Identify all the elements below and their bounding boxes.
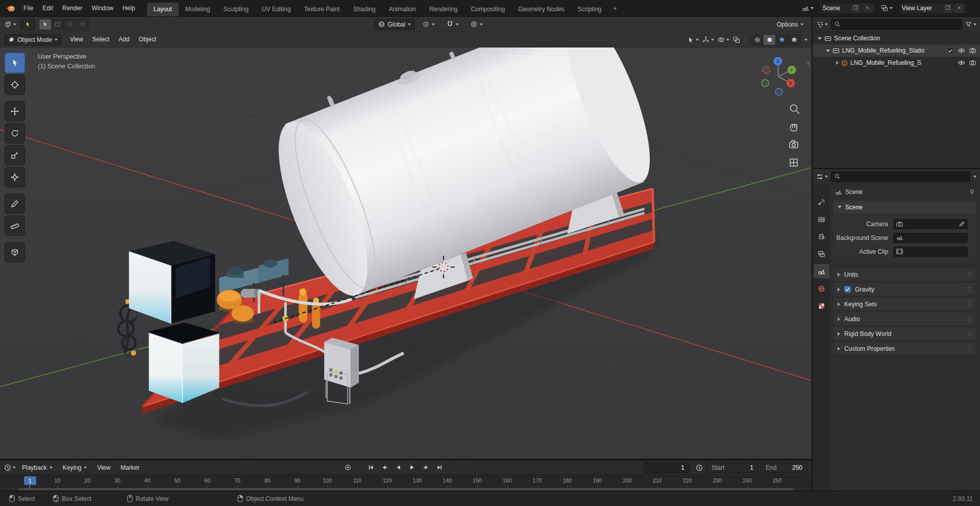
panel-rigid-body-world[interactable]: Rigid Body World	[833, 327, 976, 340]
panel-custom-properties[interactable]: Custom Properties	[833, 342, 976, 355]
viewport-3d-canvas[interactable]: Z Y X	[0, 47, 812, 459]
properties-search-input[interactable]	[843, 173, 967, 180]
timeline-scrollbar[interactable]	[18, 488, 793, 490]
camera-render-icon[interactable]	[969, 48, 976, 53]
sidebar-collapse-chevron[interactable]: ‹	[807, 59, 810, 67]
topbar-menu-item[interactable]: Window	[87, 0, 118, 16]
add-workspace-button[interactable]: +	[608, 2, 622, 16]
eyedropper-icon[interactable]	[959, 221, 965, 227]
prev-keyframe-button[interactable]	[379, 463, 390, 473]
pivot-point-dropdown[interactable]	[419, 19, 439, 30]
editor-type-dropdown[interactable]	[4, 20, 16, 28]
tab-texture[interactable]	[814, 299, 829, 313]
outliner-row-lng-object[interactable]: LNG_Mobile_Refueling_S	[813, 57, 980, 69]
timeline-ruler[interactable]: 1020304050607080901001101201301401501601…	[0, 474, 812, 488]
start-frame-field[interactable]: Start 1	[706, 463, 758, 473]
keying-menu[interactable]: Keying	[59, 464, 91, 471]
editor-type-dropdown[interactable]	[4, 464, 16, 471]
blender-logo-icon[interactable]	[0, 0, 19, 16]
viewport-menu-item[interactable]: Object	[134, 32, 161, 47]
eye-icon[interactable]	[958, 60, 965, 65]
tab-scene[interactable]	[814, 264, 829, 278]
tab-output[interactable]	[814, 229, 829, 244]
tool-select-box[interactable]	[5, 53, 25, 73]
tab-tool[interactable]	[814, 195, 829, 209]
expand-icon[interactable]	[826, 50, 830, 52]
marker-menu[interactable]: Marker	[116, 464, 143, 471]
background-scene-field[interactable]	[893, 233, 968, 243]
editor-type-dropdown[interactable]	[816, 173, 828, 180]
expand-icon[interactable]	[836, 61, 839, 65]
scene-panel-header[interactable]: Scene	[833, 201, 976, 213]
play-reverse-button[interactable]	[393, 463, 404, 473]
outliner-row-lng-collection[interactable]: LNG_Mobile_Refueling_Statio	[813, 44, 980, 57]
auto-keying-button[interactable]	[342, 463, 354, 473]
view-menu[interactable]: View	[93, 464, 114, 471]
tab-render[interactable]	[814, 212, 829, 226]
playback-menu[interactable]: Playback	[18, 464, 57, 471]
delete-scene-button[interactable]: ×	[863, 4, 872, 13]
outliner-row-scene-collection[interactable]: Scene Collection	[813, 32, 980, 44]
eye-icon[interactable]	[958, 48, 965, 53]
tab-world[interactable]	[814, 281, 829, 296]
tool-measure[interactable]	[5, 215, 25, 236]
mode-dropdown[interactable]: Object Mode	[4, 34, 62, 45]
editor-type-dropdown[interactable]	[816, 21, 828, 28]
tool-move[interactable]	[5, 101, 25, 122]
shading-solid-button[interactable]	[764, 35, 776, 45]
viewport-menu-item[interactable]: Add	[114, 32, 134, 47]
panel-gravity[interactable]: Gravity	[833, 283, 976, 296]
active-clip-field[interactable]	[893, 247, 968, 257]
viewport-menu-item[interactable]: Select	[88, 32, 114, 47]
select-mode-tweak[interactable]	[39, 19, 52, 30]
camera-render-icon[interactable]	[969, 60, 976, 65]
view-layer-browse-dropdown[interactable]	[881, 5, 893, 12]
new-view-layer-button[interactable]: ❐	[943, 4, 952, 13]
workspace-tab[interactable]: Shading	[347, 3, 382, 16]
scene-selector[interactable]: Scene ❐ ×	[820, 3, 875, 14]
tool-add-cube[interactable]	[5, 242, 25, 262]
workspace-tab[interactable]: Texture Paint	[298, 3, 347, 16]
tool-annotate[interactable]	[5, 194, 25, 214]
panel-keying-sets[interactable]: Keying Sets	[833, 298, 976, 310]
topbar-menu-item[interactable]: Render	[58, 0, 87, 16]
workspace-tab[interactable]: Sculpting	[217, 3, 255, 16]
outliner-filter-dropdown[interactable]	[965, 21, 976, 28]
pin-icon[interactable]	[969, 189, 975, 195]
workspace-tab[interactable]: Geometry Nodes	[511, 3, 571, 16]
gizmos-dropdown[interactable]	[702, 36, 714, 43]
panel-audio[interactable]: Audio	[833, 312, 976, 325]
end-frame-field[interactable]: End 250	[761, 463, 807, 473]
select-mode-circle[interactable]	[64, 19, 76, 30]
workspace-tab[interactable]: UV Editing	[255, 3, 298, 16]
shading-material-button[interactable]	[776, 35, 788, 45]
topbar-menu-item[interactable]: Edit	[38, 0, 58, 16]
topbar-menu-item[interactable]: File	[19, 0, 38, 16]
workspace-tab[interactable]: Layout	[147, 3, 179, 16]
select-mode-box[interactable]	[52, 19, 64, 30]
panel-units[interactable]: Units	[833, 268, 976, 281]
play-button[interactable]	[406, 463, 418, 473]
outliner-search[interactable]	[831, 19, 962, 30]
workspace-tab[interactable]: Animation	[382, 3, 423, 16]
show-object-types-dropdown[interactable]	[687, 36, 699, 43]
active-tool-button[interactable]	[20, 19, 35, 30]
expand-icon[interactable]	[818, 37, 822, 40]
workspace-tab[interactable]: Modeling	[179, 3, 217, 16]
outliner-search-input[interactable]	[843, 21, 959, 28]
tool-cursor[interactable]	[5, 75, 25, 95]
exclude-checkbox[interactable]	[947, 47, 953, 54]
tool-rotate[interactable]	[5, 123, 25, 143]
scene-browse-dropdown[interactable]	[802, 5, 814, 12]
view-layer-selector[interactable]: View Layer ❐ ×	[899, 3, 967, 14]
shading-rendered-button[interactable]	[788, 35, 800, 45]
tool-transform[interactable]	[5, 167, 25, 187]
jump-to-start-button[interactable]	[365, 463, 377, 473]
overlays-dropdown[interactable]	[718, 36, 729, 43]
new-scene-button[interactable]: ❐	[851, 4, 860, 13]
playhead-marker[interactable]: 1	[24, 476, 36, 485]
properties-search[interactable]	[831, 172, 970, 182]
workspace-tab[interactable]: Scripting	[571, 3, 608, 16]
xray-toggle[interactable]	[733, 36, 740, 43]
workspace-tab[interactable]: Rendering	[423, 3, 464, 16]
